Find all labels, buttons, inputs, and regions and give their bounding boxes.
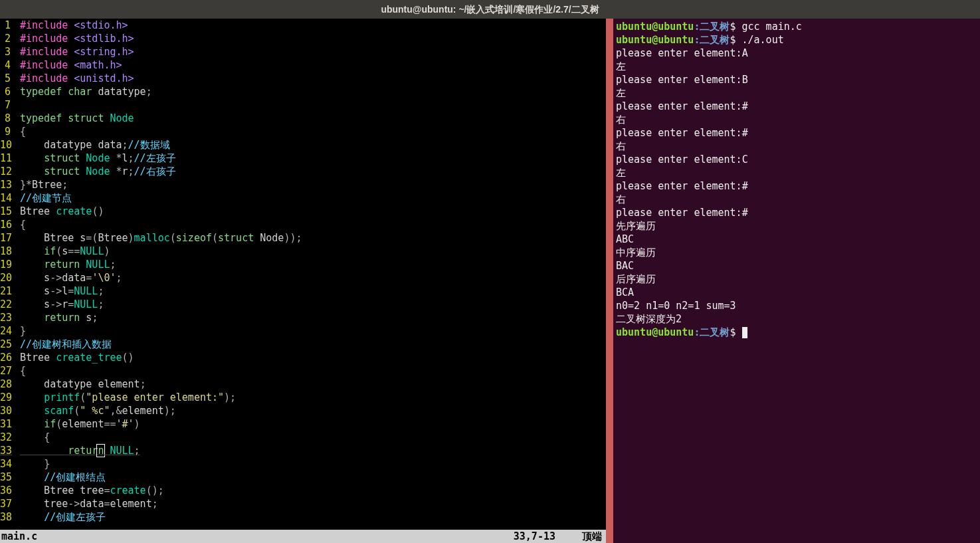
code-line[interactable]: 27{ (0, 364, 606, 378)
code-line[interactable]: 38 //创建左孩子 (0, 510, 606, 524)
code-line[interactable]: 31 if(element=='#') (0, 417, 606, 431)
code-line[interactable]: 17 Btree s=(Btree)malloc(sizeof(struct N… (0, 231, 606, 245)
code-line[interactable]: 13}*Btree; (0, 178, 606, 191)
code-content: if(element=='#') (20, 417, 606, 431)
code-line[interactable]: 36 Btree tree=create(); (0, 484, 606, 497)
line-number: 13 (0, 178, 20, 191)
line-number: 16 (0, 218, 20, 231)
line-number: 7 (0, 98, 20, 112)
line-number: 20 (0, 271, 20, 284)
code-line[interactable]: 7 (0, 98, 606, 112)
code-line[interactable]: 12 struct Node *r;//右孩子 (0, 165, 606, 178)
code-line[interactable]: 25//创建树和插入数据 (0, 338, 606, 351)
code-content: #include <stdlib.h> (20, 32, 606, 45)
line-number: 19 (0, 258, 20, 271)
code-content: Btree create() (20, 205, 606, 218)
code-line[interactable]: 30 scanf(" %c",&element); (0, 404, 606, 417)
code-line[interactable]: 1#include <stdio.h> (0, 19, 606, 32)
code-content: return NULL; (20, 258, 606, 271)
line-number: 28 (0, 378, 20, 391)
code-content: return NULL; (20, 444, 606, 457)
terminal-line: BAC (616, 259, 977, 272)
code-line[interactable]: 33 return NULL; (0, 444, 606, 457)
code-content: #include <stdio.h> (20, 19, 606, 32)
line-number: 35 (0, 471, 20, 484)
code-line[interactable]: 10 datatype data;//数据域 (0, 138, 606, 152)
vim-status-bar: main.c 33,7-13 顶端 (0, 530, 606, 543)
code-content: //创建树和插入数据 (20, 338, 606, 351)
terminal-line: ABC (616, 233, 977, 246)
code-line[interactable]: 32 { (0, 431, 606, 444)
line-number: 3 (0, 45, 20, 58)
line-number: 9 (0, 125, 20, 138)
line-number: 26 (0, 351, 20, 364)
code-content: datatype element; (20, 378, 606, 391)
code-content: }*Btree; (20, 178, 606, 191)
line-number: 36 (0, 484, 20, 497)
editor-pane[interactable]: 1#include <stdio.h>2#include <stdlib.h>3… (0, 19, 606, 543)
code-content: datatype data;//数据域 (20, 138, 606, 152)
code-content: struct Node *r;//右孩子 (20, 165, 606, 178)
line-number: 34 (0, 457, 20, 471)
code-line[interactable]: 15Btree create() (0, 205, 606, 218)
terminal-line: BCA (616, 286, 977, 299)
terminal-line: please enter element:C (616, 153, 977, 166)
code-content: Btree s=(Btree)malloc(sizeof(struct Node… (20, 231, 606, 245)
terminal-line: ubuntu@ubuntu:二叉树$ ./a.out (616, 33, 977, 47)
code-line[interactable]: 21 s->l=NULL; (0, 284, 606, 298)
terminal-line: 左 (616, 166, 977, 179)
code-line[interactable]: 20 s->data='\0'; (0, 271, 606, 284)
terminal-command: ./a.out (735, 34, 783, 46)
prompt-path: :二叉树 (694, 21, 730, 33)
code-line[interactable]: 35 //创建根结点 (0, 471, 606, 484)
code-line[interactable]: 19 return NULL; (0, 258, 606, 271)
code-line[interactable]: 14//创建节点 (0, 191, 606, 205)
status-filename: main.c (0, 530, 37, 543)
pane-divider[interactable] (606, 19, 613, 543)
line-number: 31 (0, 417, 20, 431)
code-content: //创建根结点 (20, 471, 606, 484)
code-line[interactable]: 24} (0, 324, 606, 338)
line-number: 33 (0, 444, 20, 457)
prompt-path: :二叉树 (694, 34, 730, 46)
code-line[interactable]: 23 return s; (0, 311, 606, 324)
prompt-user: ubuntu@ubuntu (616, 34, 694, 46)
code-content: //创建节点 (20, 191, 606, 205)
code-line[interactable]: 22 s->r=NULL; (0, 298, 606, 311)
line-number: 25 (0, 338, 20, 351)
code-line[interactable]: 26Btree create_tree() (0, 351, 606, 364)
line-number: 32 (0, 431, 20, 444)
line-number: 21 (0, 284, 20, 298)
terminal-line: n0=2 n1=0 n2=1 sum=3 (616, 299, 977, 312)
line-number: 37 (0, 497, 20, 510)
code-line[interactable]: 8typedef struct Node (0, 112, 606, 125)
line-number: 12 (0, 165, 20, 178)
code-line[interactable]: 28 datatype element; (0, 378, 606, 391)
code-line[interactable]: 16{ (0, 218, 606, 231)
code-line[interactable]: 3#include <string.h> (0, 45, 606, 58)
code-line[interactable]: 4#include <math.h> (0, 58, 606, 72)
terminal-line: please enter element:# (616, 179, 977, 193)
status-scroll: 顶端 (582, 530, 606, 543)
code-line[interactable]: 2#include <stdlib.h> (0, 32, 606, 45)
code-line[interactable]: 6typedef char datatype; (0, 85, 606, 98)
code-line[interactable]: 37 tree->data=element; (0, 497, 606, 510)
line-number: 8 (0, 112, 20, 125)
code-line[interactable]: 18 if(s==NULL) (0, 245, 606, 258)
code-line[interactable]: 11 struct Node *l;//左孩子 (0, 152, 606, 165)
code-line[interactable]: 9{ (0, 125, 606, 138)
line-number: 11 (0, 152, 20, 165)
code-line[interactable]: 5#include <unistd.h> (0, 72, 606, 85)
line-number: 10 (0, 138, 20, 152)
code-area[interactable]: 1#include <stdio.h>2#include <stdlib.h>3… (0, 19, 606, 530)
terminal-line: 左 (616, 86, 977, 100)
code-content: typedef char datatype; (20, 85, 606, 98)
terminal-pane[interactable]: ubuntu@ubuntu:二叉树$ gcc main.cubuntu@ubun… (613, 19, 980, 543)
code-line[interactable]: 29 printf("please enter element:"); (0, 391, 606, 404)
code-content: tree->data=element; (20, 497, 606, 510)
code-content: //创建左孩子 (20, 510, 606, 524)
line-number: 17 (0, 231, 20, 245)
prompt-user: ubuntu@ubuntu (616, 326, 694, 338)
code-line[interactable]: 34 } (0, 457, 606, 471)
code-content: #include <string.h> (20, 45, 606, 58)
